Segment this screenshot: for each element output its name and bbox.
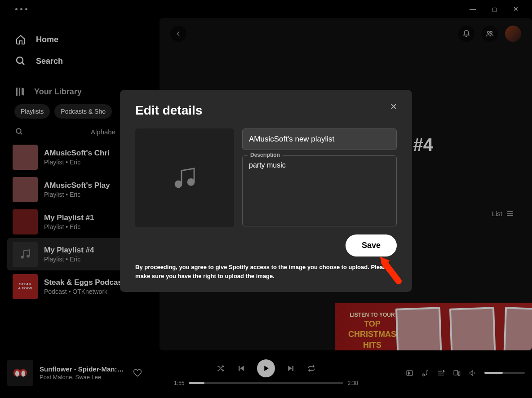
modal-title: Edit details [135, 103, 397, 118]
playlist-name-input[interactable]: AMusicSoft's new playlist [242, 128, 397, 150]
description-label: Description [248, 152, 283, 158]
modal-disclaimer: By proceeding, you agree to give Spotify… [135, 263, 391, 280]
playlist-cover-picker[interactable] [135, 128, 234, 227]
modal-close-button[interactable] [387, 100, 400, 113]
modal-overlay[interactable]: Edit details AMusicSoft's new playlist D… [0, 0, 532, 398]
save-button[interactable]: Save [346, 234, 397, 256]
playlist-description-input[interactable]: party music [242, 155, 397, 226]
edit-details-modal: Edit details AMusicSoft's new playlist D… [120, 90, 412, 292]
